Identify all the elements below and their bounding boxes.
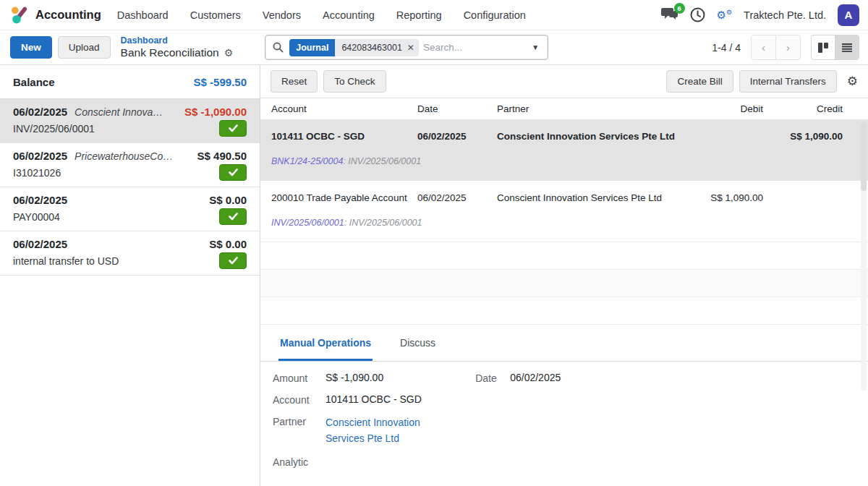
amount-value: S$ -1,090.00 xyxy=(326,372,383,384)
breadcrumb[interactable]: Dashboard xyxy=(121,35,234,46)
tab-discuss[interactable]: Discuss xyxy=(399,337,437,361)
line-date: 06/02/2025 xyxy=(13,150,67,162)
menu-accounting[interactable]: Accounting xyxy=(323,9,375,21)
user-avatar[interactable]: A xyxy=(838,4,859,26)
cell-partner: Conscient Innovation Services Pte Ltd xyxy=(497,192,676,203)
statement-line-1[interactable]: 06/02/2025 Conscient Innova… S$ -1,090.0… xyxy=(0,99,260,143)
cell-credit: S$ 1,090.00 xyxy=(763,131,843,142)
messages-count-badge: 6 xyxy=(674,3,685,14)
activities-clock-icon[interactable] xyxy=(690,7,705,22)
company-name[interactable]: Traktech Pte. Ltd. xyxy=(744,9,826,21)
search-facet-journal: Journal 642083463001 ✕ xyxy=(289,39,419,56)
line-partner: PricewaterhouseCo… xyxy=(75,150,192,162)
account-field[interactable]: 101411 OCBC - SGD xyxy=(326,393,422,406)
cell-account: 101411 OCBC - SGD xyxy=(271,131,417,142)
move-link[interactable]: INV/2025/06/0001 xyxy=(271,218,344,228)
manual-operations-form: Amount S$ -1,090.00 Date 06/02/2025 Acco… xyxy=(260,362,868,486)
menu-configuration[interactable]: Configuration xyxy=(464,9,526,21)
list-view-button[interactable] xyxy=(835,35,859,60)
app-name[interactable]: Accounting xyxy=(35,8,101,22)
top-navbar: Accounting Dashboard Customers Vendors A… xyxy=(0,0,868,30)
pager-prev-button[interactable]: ‹ xyxy=(751,35,776,60)
panel-gear-icon[interactable]: ⚙ xyxy=(847,74,858,89)
line-ref: PAY00004 xyxy=(13,211,60,223)
messages-icon[interactable]: 6 xyxy=(661,7,678,24)
statement-line-3[interactable]: 06/02/2025 S$ 0.00 PAY00004 xyxy=(0,187,260,231)
settings-gears-icon[interactable]: ⚙⚙ xyxy=(717,9,733,20)
new-button[interactable]: New xyxy=(10,36,52,59)
scrollbar-thumb[interactable] xyxy=(861,122,867,191)
cell-debit: S$ 1,090.00 xyxy=(676,192,763,203)
control-bar: New Upload Dashboard Bank Reconciliation… xyxy=(0,30,868,65)
menu-vendors[interactable]: Vendors xyxy=(263,9,301,21)
col-partner[interactable]: Partner xyxy=(497,103,676,114)
menu-dashboard[interactable]: Dashboard xyxy=(117,9,169,21)
title-gear-icon[interactable]: ⚙ xyxy=(224,47,234,59)
main-menu: Dashboard Customers Vendors Accounting R… xyxy=(117,9,526,21)
col-debit[interactable]: Debit xyxy=(676,103,763,114)
internal-transfers-button[interactable]: Internal Transfers xyxy=(739,70,837,93)
search-dropdown-caret-icon[interactable]: ▼ xyxy=(523,35,548,59)
statement-line-4[interactable]: 06/02/2025 S$ 0.00 internal transfer to … xyxy=(0,231,260,276)
line-date: 06/02/2025 xyxy=(13,106,67,118)
cell-partner: Conscient Innovation Services Pte Ltd xyxy=(497,131,676,142)
col-credit[interactable]: Credit xyxy=(763,103,843,114)
table-row[interactable]: 200010 Trade Payable Account 06/02/2025 … xyxy=(260,181,868,215)
line-partner: Conscient Innova… xyxy=(75,106,179,118)
menu-reporting[interactable]: Reporting xyxy=(396,9,442,21)
scrollbar-track[interactable] xyxy=(861,122,867,391)
balance-row: Balance S$ -599.50 xyxy=(0,65,260,99)
pager-next-button[interactable]: › xyxy=(775,35,801,60)
search-bar[interactable]: Journal 642083463001 ✕ ▼ xyxy=(265,35,548,60)
cell-account: 200010 Trade Payable Account xyxy=(271,192,417,203)
facet-remove-icon[interactable]: ✕ xyxy=(407,43,414,53)
pager-counter: 1-4 / 4 xyxy=(712,42,741,54)
move-ref: : INV/2025/06/0001 xyxy=(343,156,421,166)
partner-field-link[interactable]: Conscient Innovation Services Pte Ltd xyxy=(326,415,434,446)
line-ref: internal transfer to USD xyxy=(13,255,119,267)
validate-check-button[interactable] xyxy=(219,164,247,181)
to-check-button[interactable]: To Check xyxy=(323,70,386,93)
col-account[interactable]: Account xyxy=(271,103,417,114)
table-subrow: INV/2025/06/0001 : INV/2025/06/0001 xyxy=(260,215,868,242)
move-link[interactable]: BNK1/24-25/0004 xyxy=(271,156,343,166)
col-date[interactable]: Date xyxy=(417,103,497,114)
cell-date: 06/02/2025 xyxy=(417,192,497,203)
menu-customers[interactable]: Customers xyxy=(190,9,241,21)
page-title: Bank Reconciliation xyxy=(121,46,219,59)
facet-value: 642083463001 xyxy=(341,43,401,53)
validate-check-button[interactable] xyxy=(219,120,247,137)
partner-label: Partner xyxy=(273,415,326,446)
analytic-label: Analytic xyxy=(273,456,326,468)
search-input[interactable] xyxy=(423,42,523,53)
line-date: 06/02/2025 xyxy=(13,194,67,206)
cell-date: 06/02/2025 xyxy=(417,131,497,142)
validate-check-button[interactable] xyxy=(219,252,247,269)
date-field[interactable]: 06/02/2025 xyxy=(510,372,561,384)
empty-table-row xyxy=(260,297,868,325)
table-subrow: BNK1/24-25/0004 : INV/2025/06/0001 xyxy=(260,153,868,181)
statement-list-panel: Balance S$ -599.50 06/02/2025 Conscient … xyxy=(0,65,260,486)
table-row[interactable]: 101411 OCBC - SGD 06/02/2025 Conscient I… xyxy=(260,119,868,153)
line-amount: S$ 0.00 xyxy=(209,238,247,250)
reset-button[interactable]: Reset xyxy=(271,70,318,93)
tab-manual-operations[interactable]: Manual Operations xyxy=(278,337,373,361)
search-icon xyxy=(273,42,284,53)
app-logo-icon[interactable] xyxy=(10,5,30,25)
amount-label: Amount xyxy=(273,372,326,384)
reconciliation-panel: Reset To Check Create Bill Internal Tran… xyxy=(260,65,868,486)
kanban-view-button[interactable] xyxy=(811,35,835,60)
validate-check-button[interactable] xyxy=(219,208,247,225)
upload-button[interactable]: Upload xyxy=(58,36,111,59)
account-label: Account xyxy=(273,393,326,406)
line-ref: INV/2025/06/0001 xyxy=(13,123,95,135)
move-ref: : INV/2025/06/0001 xyxy=(344,218,422,228)
create-bill-button[interactable]: Create Bill xyxy=(666,70,733,93)
action-bar: Reset To Check Create Bill Internal Tran… xyxy=(260,65,868,98)
facet-label: Journal xyxy=(289,39,335,56)
statement-line-2[interactable]: 06/02/2025 PricewaterhouseCo… S$ 490.50 … xyxy=(0,143,260,187)
empty-table-row xyxy=(260,270,868,297)
balance-value: S$ -599.50 xyxy=(194,76,247,88)
line-date: 06/02/2025 xyxy=(13,238,67,250)
date-label: Date xyxy=(475,372,510,384)
